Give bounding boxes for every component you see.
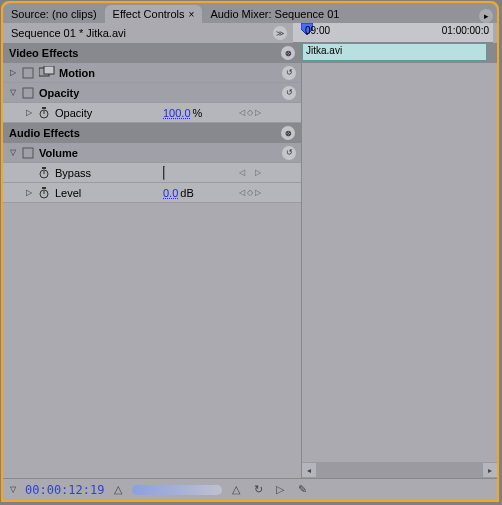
twisty-icon[interactable]: ▽ [7, 148, 19, 157]
opacity-value[interactable]: 100.0 [163, 107, 191, 119]
property-name: Bypass [55, 167, 91, 179]
effect-row-volume[interactable]: ▽ Volume ↺ [3, 143, 301, 163]
close-icon[interactable]: × [189, 9, 195, 20]
property-row-opacity: ▷ Opacity 100.0% ◁ ◇ ▷ [3, 103, 301, 123]
scroll-left-button[interactable]: ◂ [302, 463, 316, 477]
timeline-ruler[interactable]: 09:00 01:00:00:0 [293, 23, 493, 43]
next-keyframe-button[interactable]: ▷ [255, 168, 261, 177]
horizontal-scrollbar[interactable]: ◂ ▸ [302, 462, 497, 478]
keyframe-nav: ◁ ◇ ▷ [223, 108, 277, 117]
effect-name: Opacity [39, 87, 79, 99]
next-keyframe-button[interactable]: ▷ [255, 188, 261, 197]
stopwatch-icon[interactable] [37, 106, 51, 120]
keyframe-nav: ◁ ◇ ▷ [223, 188, 277, 197]
footer-bar: ▽ 00:00:12:19 △ △ ↻ ▷ ✎ [3, 478, 497, 500]
twisty-icon[interactable]: ▷ [23, 108, 35, 117]
svg-rect-2 [44, 66, 54, 74]
sequence-clip-label: Sequence 01 * Jitka.avi [7, 27, 253, 39]
collapse-icon[interactable]: ⊗ [281, 46, 295, 60]
effect-toggle-icon[interactable] [21, 86, 35, 100]
ruler-tick: 01:00:00:0 [442, 25, 489, 36]
stopwatch-icon[interactable] [37, 186, 51, 200]
effect-row-motion[interactable]: ▷ Motion ↺ [3, 63, 301, 83]
video-effects-header[interactable]: Video Effects ⊗ [3, 43, 301, 63]
effect-toggle-icon[interactable] [21, 146, 35, 160]
twisty-icon[interactable]: ▽ [7, 485, 19, 494]
twisty-icon[interactable]: ▷ [23, 188, 35, 197]
audio-effects-header[interactable]: Audio Effects ⊗ [3, 123, 301, 143]
next-keyframe-button[interactable]: ▷ [255, 108, 261, 117]
tab-effect-controls[interactable]: Effect Controls× [105, 5, 203, 23]
property-name: Opacity [55, 107, 92, 119]
level-value[interactable]: 0.0 [163, 187, 178, 199]
twisty-icon[interactable]: ▽ [7, 88, 19, 97]
current-timecode[interactable]: 00:00:12:19 [25, 483, 104, 497]
property-row-bypass: Bypass ◁ ◇ ▷ [3, 163, 301, 183]
tab-audio-mixer[interactable]: Audio Mixer: Sequence 01 [202, 5, 347, 23]
wrench-icon[interactable]: ✎ [294, 483, 310, 497]
tab-source[interactable]: Source: (no clips) [3, 5, 105, 23]
tab-bar: Source: (no clips) Effect Controls× Audi… [3, 3, 497, 23]
keyframe-nav: ◁ ◇ ▷ [223, 168, 277, 177]
effect-toggle-icon[interactable] [21, 66, 35, 80]
svg-rect-13 [42, 187, 46, 189]
zoom-out-icon[interactable]: △ [110, 483, 126, 497]
bypass-checkbox[interactable] [163, 166, 165, 180]
timeline-area[interactable]: Jitka.avi ◂ ▸ [301, 43, 497, 478]
stopwatch-icon[interactable] [37, 166, 51, 180]
zoom-slider[interactable] [132, 485, 222, 495]
effect-row-opacity[interactable]: ▽ Opacity ↺ [3, 83, 301, 103]
svg-rect-7 [23, 148, 33, 158]
svg-rect-0 [23, 68, 33, 78]
play-button[interactable]: ▷ [272, 483, 288, 497]
effect-list: Video Effects ⊗ ▷ Motion ↺ ▽ Opacity ↺ ▷… [3, 43, 301, 478]
prev-keyframe-button[interactable]: ◁ [239, 168, 245, 177]
loop-button[interactable]: ↻ [250, 483, 266, 497]
collapse-icon[interactable]: ⊗ [281, 126, 295, 140]
svg-rect-10 [42, 167, 46, 169]
zoom-in-icon[interactable]: △ [228, 483, 244, 497]
prev-keyframe-button[interactable]: ◁ [239, 108, 245, 117]
twisty-icon[interactable]: ▷ [7, 68, 19, 77]
svg-rect-3 [23, 88, 33, 98]
property-name: Level [55, 187, 81, 199]
panel-menu-button[interactable]: ▸ [479, 9, 493, 23]
add-keyframe-button[interactable]: ◇ [247, 188, 253, 197]
show-timeline-button[interactable]: ≫ [273, 26, 287, 40]
reset-button[interactable]: ↺ [282, 86, 296, 100]
property-row-level: ▷ Level 0.0dB ◁ ◇ ▷ [3, 183, 301, 203]
svg-rect-6 [42, 107, 46, 109]
clip-bar[interactable]: Jitka.avi [302, 43, 487, 61]
reset-button[interactable]: ↺ [282, 66, 296, 80]
reset-button[interactable]: ↺ [282, 146, 296, 160]
prev-keyframe-button[interactable]: ◁ [239, 188, 245, 197]
effect-name: Motion [59, 67, 95, 79]
motion-icon [39, 66, 55, 80]
add-keyframe-button[interactable]: ◇ [247, 108, 253, 117]
ruler-tick: 09:00 [305, 25, 330, 36]
scroll-right-button[interactable]: ▸ [483, 463, 497, 477]
effect-name: Volume [39, 147, 78, 159]
